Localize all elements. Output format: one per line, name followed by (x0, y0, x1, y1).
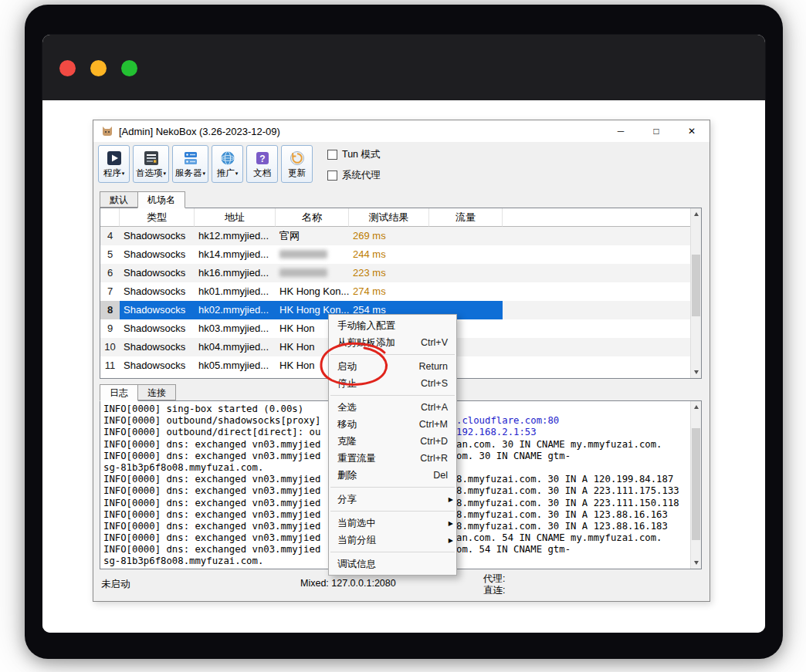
menu-item-manual-config-label: 手动输入配置 (337, 319, 448, 333)
log-line-right: an.com. 30 IN CNAME my.mmyfuzai.com. (456, 439, 662, 450)
menu-item-clone[interactable]: 克隆Ctrl+D (329, 433, 456, 450)
panel-tab-log[interactable]: 日志 (100, 384, 138, 401)
table-scrollbar[interactable] (690, 208, 701, 378)
menu-item-debug-info[interactable]: 调试信息 (329, 555, 456, 572)
menu-item-current-group-label: 当前分组 (337, 534, 448, 547)
cell-address: hk12.mmyjied... (195, 227, 276, 245)
log-line-right: 8.mmyfuzai.com. 30 IN A 120.199.84.187 (456, 474, 673, 485)
cell-name: HK Hong Kon... (276, 282, 349, 301)
cell-filler (503, 319, 690, 338)
submenu-arrow-icon: ▶ (449, 520, 453, 527)
column-header-filler (503, 208, 690, 227)
menu-item-select-all[interactable]: 全选Ctrl+A (329, 399, 456, 416)
log-line-right: om. 30 IN CNAME gtm- (456, 451, 571, 461)
log-line-right: an.com. 54 IN CNAME my.mmyfuzai.com. (456, 532, 662, 543)
cell-filler (503, 245, 690, 264)
status-direct-label: 直连: (483, 585, 505, 596)
scrollbar-down-arrow[interactable] (691, 366, 701, 378)
group-tab-airport[interactable]: 机场名 (137, 191, 185, 208)
dropdown-arrow-icon: ▾ (235, 171, 239, 177)
menu-item-manual-config[interactable]: 手动输入配置 (329, 317, 456, 334)
toolbar-button-update[interactable]: 更新 (281, 145, 313, 183)
menu-separator (330, 511, 455, 512)
menu-item-current-group[interactable]: 当前分组▶ (329, 532, 456, 549)
cell-address: hk05.mmyjied... (195, 356, 276, 375)
panel-tab-bar: 日志连接 (100, 384, 175, 401)
panel-tab-connections[interactable]: 连接 (137, 384, 176, 400)
log-line-right: 8.mmyfuzai.com. 30 IN A 123.88.16.183 (456, 521, 668, 532)
column-header-4[interactable]: 流量 (429, 208, 503, 227)
menu-item-current-selected[interactable]: 当前选中▶ (329, 515, 456, 532)
menu-item-select-all-label: 全选 (337, 401, 421, 414)
table-header-row: 类型地址名称测试结果流量 (100, 208, 690, 227)
scrollbar-up-arrow[interactable] (691, 208, 701, 220)
maximize-button[interactable]: □ (638, 120, 674, 142)
log-line-left: INFO[0000] outbound/direct[direct]: ou (103, 427, 320, 437)
close-button[interactable]: ✕ (674, 120, 709, 142)
toolbar-button-promotion[interactable]: 推广▾ (212, 145, 243, 183)
log-line-right: .cloudflare.com:80 (456, 415, 559, 426)
log-line-left: INFO[0000] dns: exchanged vn03.mmyjied (103, 451, 320, 461)
toolbar-button-docs[interactable]: ?文档 (246, 145, 278, 183)
scrollbar-down-arrow[interactable] (691, 557, 701, 569)
table-row[interactable]: 5Shadowsockshk14.mmyjied...244 ms (100, 245, 690, 264)
cell-filler (503, 356, 690, 375)
table-row[interactable]: 7Shadowsockshk01.mmyjied...HK Hong Kon..… (100, 282, 690, 301)
toolbar-button-preferences-label: 首选项▾ (136, 167, 166, 179)
log-scrollbar[interactable] (690, 401, 701, 569)
menu-shortcut: Ctrl+R (420, 453, 448, 464)
menu-item-start[interactable]: 启动Return (329, 358, 456, 375)
toolbar-button-server[interactable]: 服务器▾ (172, 145, 208, 183)
menu-item-move[interactable]: 移动Ctrl+M (329, 416, 456, 433)
table-row[interactable]: 4Shadowsockshk12.mmyjied...官网269 ms (100, 227, 690, 245)
log-line-left: sg-81b3p6f8o08.mmyfuzai.com. (103, 462, 263, 473)
cell-result: 244 ms (349, 245, 429, 264)
cell-address: hk14.mmyjied... (195, 245, 276, 264)
row-number: 6 (100, 264, 120, 282)
macos-titlebar[interactable] (42, 35, 765, 100)
cell-address: hk04.mmyjied... (195, 338, 276, 356)
menu-item-stop[interactable]: 停止Ctrl+S (329, 375, 456, 392)
column-header-1[interactable]: 地址 (195, 208, 276, 227)
column-header-3[interactable]: 测试结果 (349, 208, 429, 227)
scrollbar-up-arrow[interactable] (691, 401, 701, 413)
column-header-0[interactable]: 类型 (120, 208, 195, 227)
server-icon (183, 150, 198, 166)
menu-item-stop-label: 停止 (337, 377, 421, 390)
menu-item-share[interactable]: 分享▶ (329, 491, 456, 508)
system-proxy-checkbox[interactable]: 系统代理 (327, 169, 381, 182)
group-tab-default[interactable]: 默认 (100, 191, 138, 208)
toolbar-button-program[interactable]: 程序▾ (98, 145, 130, 183)
redacted-name (279, 250, 327, 258)
scrollbar-thumb[interactable] (692, 428, 700, 540)
cell-traffic (429, 282, 503, 301)
traffic-light-minimize-button[interactable] (90, 60, 107, 76)
toolbar-button-preferences[interactable]: 首选项▾ (133, 145, 169, 183)
column-header-2[interactable]: 名称 (276, 208, 349, 227)
menu-item-share-label: 分享 (337, 493, 448, 506)
menu-shortcut: Ctrl+D (420, 436, 448, 447)
app-titlebar[interactable]: [Admin] NekoBox (3.26-2023-12-09) ─ □ ✕ (93, 120, 709, 142)
table-row[interactable]: 6Shadowsockshk16.mmyjied...223 ms (100, 264, 690, 282)
log-line-right: 192.168.2.1:53 (456, 427, 537, 437)
scrollbar-thumb[interactable] (692, 255, 700, 316)
cell-type: Shadowsocks (120, 301, 195, 319)
cell-traffic (429, 264, 503, 282)
log-line-left: INFO[0000] sing-box started (0.00s) (103, 404, 303, 414)
toolbar-button-program-label: 程序▾ (103, 167, 125, 179)
menu-item-delete[interactable]: 删除Del (329, 467, 456, 484)
traffic-light-zoom-button[interactable] (121, 60, 137, 76)
row-number: 8 (100, 301, 120, 319)
status-traffic-labels: 代理: 直连: (483, 573, 505, 596)
menu-item-add-from-clipboard[interactable]: 从剪贴板添加Ctrl+V (329, 334, 456, 351)
cell-type: Shadowsocks (120, 319, 195, 338)
minimize-button[interactable]: ─ (603, 120, 638, 142)
row-number: 11 (100, 356, 120, 375)
cell-name (276, 245, 349, 264)
status-run-state: 未启动 (101, 578, 130, 591)
traffic-light-close-button[interactable] (59, 60, 76, 76)
menu-item-add-from-clipboard-label: 从剪贴板添加 (337, 336, 421, 350)
cell-name (276, 264, 349, 282)
tun-mode-checkbox[interactable]: Tun 模式 (327, 148, 381, 161)
menu-item-reset-traffic[interactable]: 重置流量Ctrl+R (329, 450, 456, 467)
